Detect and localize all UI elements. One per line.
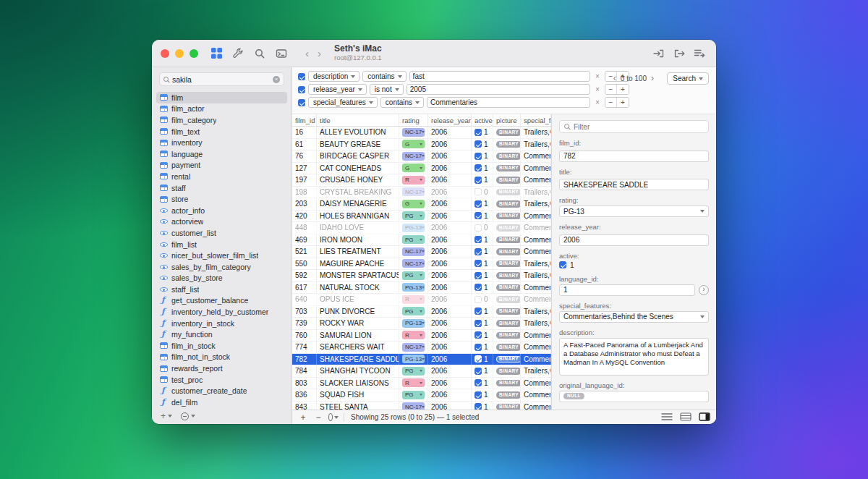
filter-add-button[interactable]: + <box>617 98 629 107</box>
sidebar-item[interactable]: get_customer_balance <box>156 295 287 307</box>
filter-field-dropdown[interactable]: special_features <box>308 97 378 108</box>
forward-button[interactable]: › <box>318 48 321 59</box>
rating-select[interactable]: PG-13 <box>402 283 425 292</box>
sidebar-item[interactable]: my_function <box>156 328 287 340</box>
filter-clear-button[interactable]: × <box>593 73 602 80</box>
active-checkbox[interactable] <box>475 236 482 243</box>
sidebar-item[interactable]: sales_by_film_category <box>156 261 287 273</box>
minimize-window-button[interactable] <box>175 49 184 58</box>
active-checkbox[interactable] <box>475 164 482 171</box>
original-language-id-field[interactable]: NULL <box>559 391 709 402</box>
sidebar-item[interactable]: store <box>156 193 287 205</box>
filter-value-input[interactable] <box>427 97 590 108</box>
back-button[interactable]: ‹ <box>305 48 309 59</box>
language-id-input[interactable] <box>559 284 695 296</box>
filter-field-dropdown[interactable]: release_year <box>308 84 367 95</box>
sidebar-item[interactable]: customer_list <box>156 227 287 239</box>
rating-select[interactable]: NC-17 <box>402 259 425 268</box>
filter-enabled-checkbox[interactable] <box>298 99 305 106</box>
column-header[interactable]: rating <box>399 114 428 126</box>
delete-row-button[interactable]: − <box>313 413 323 422</box>
active-checkbox[interactable] <box>475 200 482 208</box>
close-window-button[interactable] <box>161 49 169 58</box>
goto-related-record-icon[interactable]: › <box>699 285 709 295</box>
column-header[interactable]: special_features <box>521 114 551 126</box>
search-zoom-icon[interactable] <box>252 46 268 62</box>
sidebar-item[interactable]: film_actor <box>156 103 287 115</box>
column-header[interactable]: title <box>317 114 399 126</box>
rating-select[interactable]: PG <box>402 307 425 315</box>
table-row[interactable]: 782 SHAKESPEARE SADDLE PG-13 2006 1 <box>292 354 551 366</box>
record-filter-input[interactable] <box>574 123 704 131</box>
table-row[interactable]: 127 CAT CONEHEADS G 2006 1 <box>292 163 551 175</box>
rating-select[interactable]: NC-17 <box>402 402 425 410</box>
release-year-input[interactable] <box>559 234 709 246</box>
zoom-window-button[interactable] <box>190 49 198 58</box>
search-button[interactable]: Search <box>667 72 709 85</box>
table-row[interactable]: 448 IDAHO LOVE PG-13 2006 0 <box>292 222 551 234</box>
active-checkbox[interactable] <box>475 188 482 195</box>
rating-select[interactable]: NC-17 <box>402 343 425 352</box>
structure-wrench-icon[interactable] <box>230 46 246 62</box>
film-id-input[interactable] <box>559 151 709 162</box>
active-checkbox[interactable] <box>475 212 482 219</box>
export-table-icon[interactable] <box>692 46 707 62</box>
sidebar-search-input[interactable] <box>172 75 270 84</box>
sidebar-item[interactable]: film <box>156 92 287 103</box>
sidebar-item[interactable]: inventory_in_stock <box>156 318 287 329</box>
sidebar-item[interactable]: inventory <box>156 137 287 148</box>
sidebar-search-field[interactable]: × <box>159 72 284 86</box>
rating-select[interactable]: PG-13 <box>402 224 425 232</box>
active-checkbox[interactable] <box>475 248 482 255</box>
table-row[interactable]: 550 MAGUIRE APACHE NC-17 2006 1 <box>292 258 551 271</box>
rating-select[interactable]: R <box>402 331 425 339</box>
rating-select[interactable]: PG-13 <box>402 319 425 328</box>
next-page-button[interactable]: › <box>651 74 654 82</box>
table-row[interactable]: 774 SEARCHERS WAIT NC-17 2006 1 <box>292 342 551 354</box>
active-checkbox[interactable] <box>475 355 482 363</box>
sidebar-item[interactable]: rental <box>156 171 287 182</box>
sidebar-item[interactable]: film_not_in_stock <box>156 352 287 363</box>
sidebar-item[interactable]: staff_list <box>156 284 287 295</box>
active-checkbox[interactable] <box>475 331 482 339</box>
table-row[interactable]: 703 PUNK DIVORCE PG 2006 1 <box>292 306 551 318</box>
sidebar-item[interactable]: actor_info <box>156 205 287 216</box>
rating-select[interactable]: PG <box>402 235 425 244</box>
filter-remove-button[interactable]: − <box>605 98 617 107</box>
active-checkbox[interactable] <box>475 379 482 386</box>
sidebar-item[interactable]: film_category <box>156 114 287 126</box>
table-row[interactable]: 16 ALLEY EVOLUTION NC-17 2006 1 <box>292 127 551 139</box>
sidebar-item[interactable]: payment <box>156 160 287 171</box>
active-checkbox[interactable] <box>475 368 482 375</box>
active-checkbox[interactable] <box>475 260 482 267</box>
filter-remove-button[interactable]: − <box>605 85 617 94</box>
column-header[interactable]: release_year <box>428 114 472 126</box>
description-textarea[interactable]: A Fast-Paced Panorama of a Lumberjack An… <box>559 338 709 376</box>
filter-clear-button[interactable]: × <box>593 86 602 93</box>
column-header[interactable]: film_id <box>292 114 317 126</box>
filter-operator-dropdown[interactable]: contains <box>380 97 424 108</box>
active-field-checkbox[interactable] <box>559 261 566 268</box>
sidebar-item[interactable]: customer_create_date <box>156 385 287 397</box>
sql-console-icon[interactable] <box>273 46 289 62</box>
detail-view-toggle[interactable] <box>680 412 692 423</box>
rating-select[interactable]: PG-13 <box>402 355 425 363</box>
rating-select[interactable]: NC-17 <box>402 128 425 137</box>
filter-value-input[interactable] <box>409 71 590 82</box>
filter-clear-button[interactable]: × <box>593 99 602 106</box>
row-actions-button[interactable] <box>328 413 339 421</box>
prev-page-button[interactable]: ‹ <box>613 74 616 82</box>
sidebar-item[interactable]: actorview <box>156 216 287 228</box>
sidebar-item[interactable]: nicer_but_slower_film_list <box>156 250 287 261</box>
grid-view-icon[interactable] <box>208 46 224 62</box>
filter-enabled-checkbox[interactable] <box>298 86 305 93</box>
rating-select[interactable]: NC-17 <box>402 152 425 161</box>
filter-operator-dropdown[interactable]: contains <box>362 71 406 82</box>
sidebar-item[interactable]: inventory_held_by_customer <box>156 306 287 318</box>
add-item-button[interactable]: + <box>161 411 172 421</box>
sidebar-item[interactable]: sales_by_store <box>156 273 287 284</box>
active-checkbox[interactable] <box>475 308 482 315</box>
add-row-button[interactable]: + <box>298 413 308 422</box>
rating-select[interactable]: R <box>402 176 425 185</box>
title-input[interactable] <box>559 179 709 190</box>
